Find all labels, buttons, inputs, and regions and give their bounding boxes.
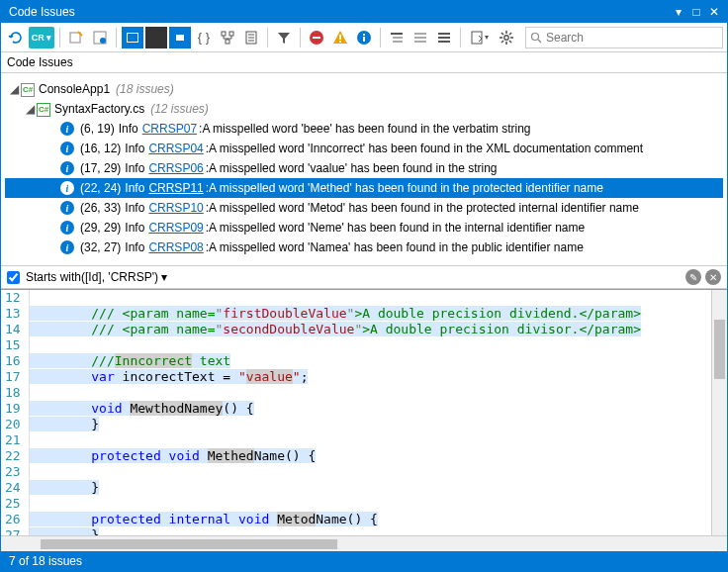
file-node[interactable]: ◢ C# SyntaxFactory.cs (12 issues) [5, 99, 723, 119]
layout1-button[interactable] [386, 27, 408, 48]
issue-severity: Info [125, 161, 144, 175]
issue-row[interactable]: i(29, 29)InfoCRRSP09 : A misspelled word… [5, 218, 723, 238]
svg-rect-7 [176, 35, 184, 41]
svg-line-39 [501, 41, 503, 43]
code-line[interactable]: protected internal void MetodName() { [30, 512, 711, 527]
code-line[interactable]: } [30, 417, 711, 432]
expand-icon[interactable]: ◢ [23, 102, 37, 116]
braces-button[interactable]: { } [193, 27, 215, 48]
code-line[interactable] [30, 337, 711, 353]
file-name: SyntaxFactory.cs [54, 102, 144, 116]
layout3-button[interactable] [433, 27, 455, 48]
view1-button[interactable] [122, 27, 143, 48]
issue-code-link[interactable]: CRRSP08 [148, 240, 203, 254]
close-icon[interactable]: ✕ [705, 5, 723, 19]
code-line[interactable]: void MewthodNamey() { [30, 401, 711, 417]
action2-button[interactable] [89, 27, 111, 48]
issue-message: A misspelled word 'Neme' has been found … [209, 221, 585, 235]
filter-enabled-checkbox[interactable] [7, 271, 20, 284]
tree-button[interactable] [217, 27, 238, 48]
info-filter-button[interactable] [353, 27, 375, 48]
svg-rect-8 [222, 32, 226, 36]
code-line[interactable] [30, 432, 711, 448]
line-number: 16 [5, 353, 21, 369]
code-line[interactable]: protected void MethedName() { [30, 448, 711, 464]
info-icon: i [60, 240, 74, 254]
filter-expression[interactable]: Starts with([Id], 'CRRSP') ▾ [26, 270, 682, 284]
issue-row[interactable]: i(32, 27)InfoCRRSP08 : A misspelled word… [5, 238, 723, 257]
issue-code-link[interactable]: CRRSP09 [148, 221, 203, 235]
issue-row[interactable]: i(26, 33)InfoCRRSP10 : A misspelled word… [5, 198, 723, 218]
issue-row[interactable]: i(22, 24)InfoCRRSP11 : A misspelled word… [5, 178, 723, 198]
action1-button[interactable] [65, 27, 87, 48]
code-line[interactable] [30, 464, 711, 480]
issue-severity: Info [125, 221, 144, 235]
issue-code-link[interactable]: CRRSP04 [148, 142, 203, 155]
code-lines[interactable]: /// <param name="firstDoubleValue">A dou… [30, 290, 711, 535]
search-box[interactable] [525, 27, 723, 48]
issue-code-link[interactable]: CRRSP07 [142, 122, 197, 136]
code-line[interactable]: /// <param name="firstDoubleValue">A dou… [30, 306, 711, 322]
vertical-scrollbar[interactable] [711, 290, 727, 535]
code-line[interactable]: /// <param name="secondDoubleValue">A do… [30, 322, 711, 337]
svg-line-40 [509, 33, 511, 35]
export-button[interactable]: ▾ [466, 27, 494, 48]
code-line[interactable]: } [30, 480, 711, 496]
svg-point-41 [532, 33, 539, 40]
project-node[interactable]: ◢ C# ConsoleApp1 (18 issues) [5, 79, 723, 99]
svg-line-37 [501, 33, 503, 35]
issue-code-link[interactable]: CRRSP10 [148, 201, 203, 215]
line-number: 19 [5, 401, 21, 417]
issue-row[interactable]: i(16, 12)InfoCRRSP04 : A misspelled word… [5, 139, 723, 158]
svg-rect-4 [128, 34, 137, 42]
doc-button[interactable] [240, 27, 262, 48]
horizontal-scrollbar[interactable] [1, 535, 727, 551]
svg-line-42 [538, 40, 541, 43]
file-issue-count: (12 issues) [150, 102, 209, 116]
issue-row[interactable]: i(6, 19)InfoCRRSP07 : A misspelled word … [5, 119, 723, 139]
project-name: ConsoleApp1 [39, 82, 110, 96]
info-icon: i [60, 181, 74, 195]
view2-button[interactable] [145, 27, 167, 48]
code-line[interactable]: } [30, 527, 711, 535]
filter-clear-button[interactable]: ✕ [705, 269, 721, 285]
code-line[interactable]: var incorectText = "vaalue"; [30, 369, 711, 385]
issue-severity: Info [125, 240, 144, 254]
filter-edit-button[interactable]: ✎ [685, 269, 701, 285]
dropdown-icon[interactable]: ▾ [670, 5, 687, 19]
issue-location: (16, 12) [80, 142, 121, 155]
expand-icon[interactable]: ◢ [7, 82, 21, 96]
layout2-button[interactable] [410, 27, 431, 48]
code-line[interactable] [30, 290, 711, 306]
svg-point-32 [504, 35, 508, 39]
refresh-button[interactable] [5, 27, 27, 48]
issue-message: A misspelled word 'Metod' has been found… [209, 201, 639, 215]
code-line[interactable]: ///Inncorrect text [30, 353, 711, 369]
settings-button[interactable] [496, 27, 517, 48]
issue-location: (32, 27) [80, 240, 121, 254]
info-icon: i [60, 221, 74, 235]
issue-row[interactable]: i(17, 29)InfoCRRSP06 : A misspelled word… [5, 158, 723, 178]
csharp-project-icon: C# [21, 81, 37, 97]
filter-button[interactable] [273, 27, 295, 48]
warning-filter-button[interactable] [329, 27, 351, 48]
search-input[interactable] [546, 31, 718, 45]
svg-line-38 [509, 41, 511, 43]
issue-code-link[interactable]: CRRSP11 [148, 181, 203, 195]
error-filter-button[interactable] [306, 27, 327, 48]
code-line[interactable] [30, 385, 711, 401]
cr-badge-button[interactable]: CR ▾ [29, 27, 54, 48]
line-number: 20 [5, 417, 21, 432]
view3-button[interactable] [169, 27, 191, 48]
issue-code-link[interactable]: CRRSP06 [148, 161, 203, 175]
svg-rect-18 [339, 41, 341, 43]
line-number: 15 [5, 337, 21, 353]
maximize-icon[interactable]: □ [687, 5, 705, 19]
line-number: 21 [5, 432, 21, 448]
code-line[interactable] [30, 496, 711, 512]
window-titlebar: Code Issues ▾ □ ✕ [1, 1, 727, 23]
issue-location: (26, 33) [80, 201, 121, 215]
issue-message: A misspelled word 'Methed' has been foun… [209, 181, 603, 195]
svg-rect-20 [363, 37, 365, 42]
line-number: 26 [5, 512, 21, 527]
